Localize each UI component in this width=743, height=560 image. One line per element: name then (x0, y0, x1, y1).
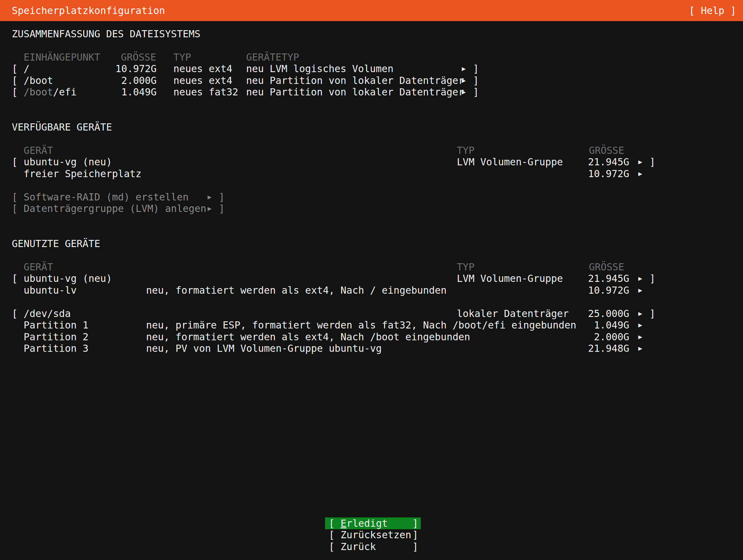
bracket-open: [ (12, 272, 18, 284)
storage-configuration-screen: Speicherplatzkonfiguration [ Help ] ZUSA… (0, 0, 743, 560)
create-software-raid-button[interactable]: [ Software-RAID (md) erstellen ▶ ] (0, 191, 743, 203)
device-name: ubuntu-vg (neu) (24, 272, 112, 284)
bracket-close: ] (473, 63, 479, 75)
mount-point: /boot (24, 75, 53, 86)
fs-summary-row-boot[interactable]: [ /boot 2.000G neues ext4 neu Partition … (0, 75, 743, 86)
section-heading-available-devices: VERFÜGBARE GERÄTE (0, 121, 743, 133)
done-button-label: Erledigt (335, 517, 412, 529)
bracket-close: ] (412, 517, 418, 529)
create-lvm-volume-group-button[interactable]: [ Datenträgergruppe (LVM) anlegen ▶ ] (0, 203, 743, 214)
available-row-free-space[interactable]: freier Speicherplatz 10.972G ▶ (0, 168, 743, 180)
device-note: neu, PV von LVM Volumen-Gruppe ubuntu-vg (146, 342, 382, 354)
expand-arrow-icon: ▶ (462, 75, 466, 86)
column-header-device: GERÄT (24, 144, 53, 156)
column-header-size: GRÖSSE (589, 261, 624, 273)
section-heading-label: GENUTZTE GERÄTE (12, 238, 100, 250)
mount-point: / (24, 63, 30, 75)
help-button[interactable]: [ Help ] (689, 5, 736, 16)
available-devices-column-headers: GERÄT TYP GRÖSSE (0, 144, 743, 156)
bracket-open: [ (12, 75, 18, 86)
device-note: neu, primäre ESP, formatiert werden als … (146, 319, 576, 331)
size: 25.000G (564, 308, 629, 319)
used-row-partition-3[interactable]: Partition 3 neu, PV von LVM Volumen-Grup… (0, 342, 743, 354)
used-row-logical-volume[interactable]: ubuntu-lv neu, formatiert werden als ext… (0, 284, 743, 296)
device-name: freier Speicherplatz (24, 168, 141, 180)
column-header-size: GRÖSSE (589, 144, 624, 156)
bracket-close: ] (650, 156, 655, 168)
bracket-close: ] (650, 308, 655, 319)
column-header-device: GERÄT (24, 261, 53, 273)
device-name: Partition 3 (24, 342, 89, 354)
bracket-close: ] (219, 203, 225, 214)
fs-type: neues ext4 (173, 75, 232, 86)
bracket-open: [ (12, 63, 18, 75)
mount-point-prefix: /boot (24, 86, 53, 97)
expand-arrow-icon: ▶ (638, 331, 642, 343)
mount-point: /boot/efi (24, 86, 77, 98)
used-row-partition-2[interactable]: Partition 2 neu, formatiert werden als e… (0, 331, 743, 343)
device-name: ubuntu-lv (24, 284, 77, 296)
reset-button-label: Zurücksetzen (335, 529, 412, 541)
expand-arrow-icon: ▶ (462, 63, 466, 75)
action-label: Datenträgergruppe (LVM) anlegen (24, 203, 206, 214)
bracket-open: [ (329, 517, 335, 529)
column-header-type: TYP (457, 261, 475, 273)
expand-arrow-icon: ▶ (638, 342, 642, 354)
expand-arrow-icon: ▶ (638, 284, 642, 296)
expand-arrow-icon: ▶ (638, 308, 642, 319)
mount-point-leaf: /efi (53, 86, 77, 97)
device-type: LVM Volumen-Gruppe (457, 156, 563, 168)
section-heading-label: VERFÜGBARE GERÄTE (12, 121, 112, 133)
bracket-open: [ (12, 191, 18, 203)
size: 1.049G (564, 319, 629, 331)
expand-arrow-icon: ▶ (638, 272, 642, 284)
bracket-open: [ (12, 156, 18, 168)
device-type: neu Partition von lokaler Datenträger (246, 86, 464, 98)
bracket-close: ] (473, 86, 479, 98)
size: 10.972G (91, 63, 157, 75)
fs-type: neues fat32 (173, 86, 238, 98)
used-row-volume-group[interactable]: [ ubuntu-vg (neu) LVM Volumen-Gruppe 21.… (0, 272, 743, 284)
bracket-close: ] (412, 529, 418, 541)
device-name: Partition 2 (24, 331, 89, 343)
expand-arrow-icon: ▶ (638, 319, 642, 331)
bracket-close: ] (219, 191, 225, 203)
column-header-mount-point: EINHÄNGEPUNKT (24, 51, 100, 63)
title-bar: Speicherplatzkonfiguration [ Help ] (0, 0, 743, 21)
expand-arrow-icon: ▶ (208, 191, 212, 203)
size: 21.945G (564, 156, 629, 168)
section-heading-filesystem-summary: ZUSAMMENFASSUNG DES DATEISYSTEMS (0, 28, 743, 40)
fs-summary-row-root[interactable]: [ / 10.972G neues ext4 neu LVM logisches… (0, 63, 743, 75)
device-type: lokaler Datenträger (457, 308, 569, 319)
bracket-open: [ (329, 541, 335, 553)
bracket-open: [ (12, 86, 18, 98)
device-note: neu, formatiert werden als ext4, Nach /b… (146, 331, 470, 343)
size: 2.000G (564, 331, 629, 343)
used-row-disk-sda[interactable]: [ /dev/sda lokaler Datenträger 25.000G ▶… (0, 308, 743, 319)
used-devices-column-headers: GERÄT TYP GRÖSSE (0, 261, 743, 273)
back-button[interactable]: [ Zurück ] (325, 541, 421, 553)
expand-arrow-icon: ▶ (208, 203, 212, 214)
expand-arrow-icon: ▶ (638, 156, 642, 168)
available-row-volume-group[interactable]: [ ubuntu-vg (neu) LVM Volumen-Gruppe 21.… (0, 156, 743, 168)
reset-button[interactable]: [ Zurücksetzen ] (325, 529, 421, 541)
done-button[interactable]: [ Erledigt ] (325, 517, 421, 529)
size: 1.049G (91, 86, 157, 98)
section-heading-used-devices: GENUTZTE GERÄTE (0, 238, 743, 250)
bracket-open: [ (329, 529, 335, 541)
fs-summary-row-boot-efi[interactable]: [ /boot/efi 1.049G neues fat32 neu Parti… (0, 86, 743, 98)
used-row-partition-1[interactable]: Partition 1 neu, primäre ESP, formatiert… (0, 319, 743, 331)
device-type: neu Partition von lokaler Datenträger (246, 75, 464, 86)
filesystem-summary-column-headers: EINHÄNGEPUNKT GRÖSSE TYP GERÄTETYP (0, 51, 743, 63)
bracket-close: ] (473, 75, 479, 86)
fs-type: neues ext4 (173, 63, 232, 75)
device-name: ubuntu-vg (neu) (24, 156, 112, 168)
bracket-close: ] (412, 541, 418, 553)
size: 21.945G (564, 272, 629, 284)
page-title: Speicherplatzkonfiguration (12, 5, 165, 16)
back-button-label: Zurück (335, 541, 412, 553)
size: 10.972G (564, 168, 629, 180)
device-type: neu LVM logisches Volumen (246, 63, 393, 75)
size: 10.972G (564, 284, 629, 296)
device-name: Partition 1 (24, 319, 89, 331)
